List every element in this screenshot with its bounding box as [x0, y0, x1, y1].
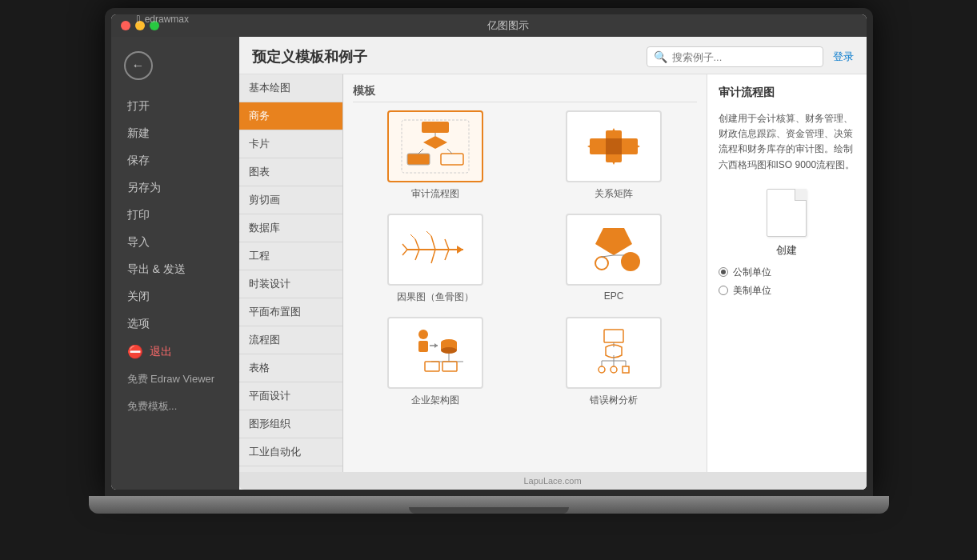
- template-audit[interactable]: 审计流程图: [353, 110, 519, 201]
- category-graphic-label: 平面设计: [249, 390, 290, 402]
- relation-matrix-svg: [578, 118, 650, 174]
- svg-line-22: [445, 250, 449, 260]
- doc-icon: [767, 189, 807, 237]
- svg-line-5: [447, 149, 452, 154]
- sidebar-save-label: 保存: [127, 154, 150, 168]
- svg-line-25: [402, 244, 407, 250]
- svg-line-17: [415, 239, 419, 250]
- close-window-button[interactable]: [121, 21, 130, 30]
- sidebar-print-label: 打印: [127, 208, 150, 222]
- templates-grid: 审计流程图: [353, 110, 697, 407]
- sidebar-item-free-templates[interactable]: 免费模板...: [111, 393, 239, 420]
- category-floorplan-label: 平面布置图: [249, 306, 301, 318]
- template-fishbone-label: 因果图（鱼骨图）: [397, 290, 474, 304]
- svg-point-32: [418, 330, 428, 339]
- unit-metric-radio[interactable]: [719, 267, 728, 277]
- category-item-fashion[interactable]: 时装设计: [239, 270, 342, 298]
- category-item-graphic[interactable]: 平面设计: [239, 382, 342, 410]
- unit-imperial-radio[interactable]: [719, 286, 728, 295]
- category-database-label: 数据库: [249, 222, 280, 234]
- template-relation-thumb: [566, 110, 662, 182]
- sidebar-import-label: 导入: [127, 235, 150, 250]
- category-table-label: 表格: [249, 362, 270, 374]
- svg-rect-2: [407, 154, 430, 165]
- epc-svg: [578, 222, 650, 278]
- category-clipart-label: 剪切画: [249, 194, 280, 206]
- unit-imperial-label: 美制单位: [733, 284, 771, 298]
- svg-point-38: [441, 347, 457, 354]
- category-business-label: 商务: [249, 110, 270, 122]
- category-list: 基本绘图 商务 卡片 图表 剪切: [239, 74, 343, 472]
- svg-line-21: [431, 250, 435, 263]
- unit-metric-label: 公制单位: [733, 266, 771, 279]
- category-item-clipart[interactable]: 剪切画: [239, 186, 342, 214]
- category-item-business[interactable]: 商务: [239, 102, 342, 130]
- category-item-infographic[interactable]: 信息图: [239, 466, 342, 472]
- unit-imperial[interactable]: 美制单位: [719, 284, 855, 298]
- sidebar-options-label: 选项: [127, 317, 150, 331]
- svg-line-31: [602, 255, 614, 257]
- svg-rect-41: [425, 362, 439, 371]
- svg-line-23: [410, 234, 415, 239]
- svg-marker-1: [423, 136, 447, 149]
- category-item-org[interactable]: 图形组织: [239, 410, 342, 438]
- sidebar-item-quit[interactable]: ⛔ 退出: [111, 338, 239, 366]
- sidebar-item-free-viewer[interactable]: 免费 Edraw Viewer: [111, 366, 239, 393]
- template-fault[interactable]: 错误树分析: [531, 317, 697, 407]
- category-item-flowchart[interactable]: 流程图: [239, 326, 342, 354]
- category-item-database[interactable]: 数据库: [239, 214, 342, 242]
- sidebar-item-saveas[interactable]: 另存为: [111, 174, 239, 202]
- sidebar-item-options[interactable]: 选项: [111, 310, 239, 338]
- unit-options: 公制单位 美制单位: [719, 266, 855, 298]
- category-item-chart[interactable]: 图表: [239, 158, 342, 186]
- svg-rect-3: [441, 154, 463, 165]
- unit-metric[interactable]: 公制单位: [719, 266, 855, 279]
- category-item-floorplan[interactable]: 平面布置图: [239, 298, 342, 326]
- login-link[interactable]: 登录: [833, 50, 854, 64]
- app-content: ← 打开 新建 保存 另存为 打印: [111, 37, 867, 490]
- sidebar-export-label: 导出 & 发送: [127, 262, 186, 277]
- sidebar: ← 打开 新建 保存 另存为 打印: [111, 37, 239, 490]
- back-button[interactable]: ←: [124, 51, 153, 80]
- sidebar-item-export[interactable]: 导出 & 发送: [111, 256, 239, 283]
- search-input[interactable]: [672, 51, 816, 63]
- svg-marker-35: [434, 343, 438, 348]
- category-fashion-label: 时装设计: [249, 278, 290, 290]
- sidebar-item-import[interactable]: 导入: [111, 229, 239, 256]
- template-fishbone[interactable]: 因果图（鱼骨图）: [353, 214, 519, 304]
- sidebar-close-label: 关闭: [127, 290, 150, 304]
- category-item-engineering[interactable]: 工程: [239, 242, 342, 270]
- template-epc-label: EPC: [604, 290, 624, 302]
- category-item-basic[interactable]: 基本绘图: [239, 74, 342, 102]
- category-basic-label: 基本绘图: [249, 82, 290, 94]
- right-panel-title: 审计流程图: [719, 86, 855, 100]
- category-item-industrial[interactable]: 工业自动化: [239, 438, 342, 466]
- sidebar-free-viewer-label: 免费 Edraw Viewer: [127, 372, 215, 386]
- template-relation[interactable]: 关系矩阵: [531, 110, 697, 201]
- page-title: 预定义模板和例子: [252, 47, 367, 66]
- apple-icon: : [137, 14, 141, 26]
- sidebar-item-new[interactable]: 新建: [111, 120, 239, 147]
- enterprise-svg: [399, 325, 471, 381]
- sidebar-saveas-label: 另存为: [127, 181, 161, 195]
- sidebar-item-save[interactable]: 保存: [111, 147, 239, 174]
- template-epc[interactable]: EPC: [531, 214, 697, 304]
- category-flowchart-label: 流程图: [249, 334, 280, 346]
- template-fault-thumb: [566, 317, 662, 389]
- category-item-card[interactable]: 卡片: [239, 130, 342, 158]
- section-header: 模板: [353, 84, 697, 102]
- search-box[interactable]: 🔍: [647, 46, 823, 67]
- svg-rect-42: [442, 362, 457, 371]
- category-engineering-label: 工程: [249, 250, 270, 262]
- svg-line-26: [402, 250, 407, 255]
- category-item-table[interactable]: 表格: [239, 354, 342, 382]
- template-enterprise[interactable]: 企业架构图: [353, 317, 519, 407]
- sidebar-item-print[interactable]: 打印: [111, 202, 239, 229]
- svg-point-50: [599, 366, 605, 373]
- svg-point-51: [611, 366, 617, 373]
- sidebar-item-open[interactable]: 打开: [111, 93, 239, 120]
- svg-rect-0: [422, 122, 449, 133]
- sidebar-item-close[interactable]: 关闭: [111, 283, 239, 310]
- sidebar-free-templates-label: 免费模板...: [127, 399, 178, 414]
- template-epc-thumb: [566, 214, 662, 286]
